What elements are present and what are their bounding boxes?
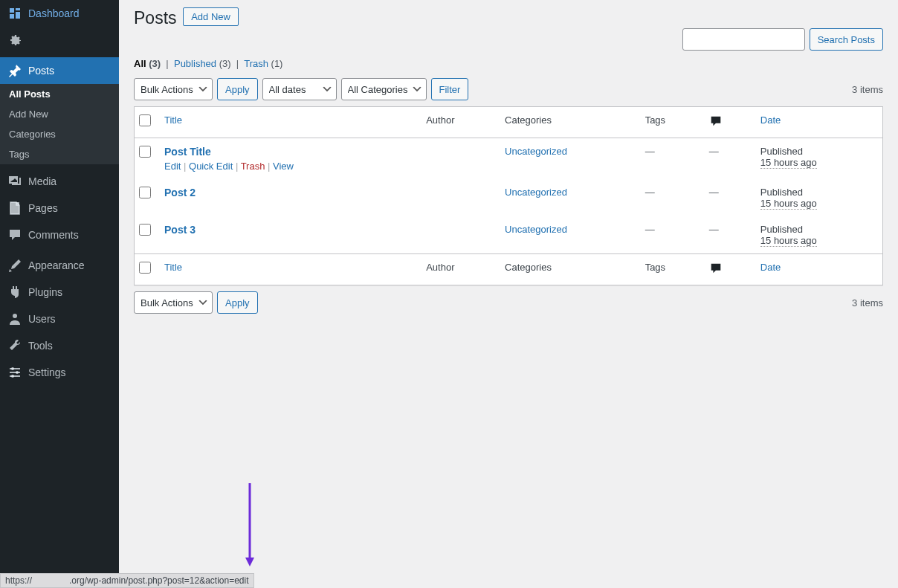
date-filter-select[interactable]: All dates <box>262 78 337 100</box>
post-title-link[interactable]: Post Title <box>164 146 211 158</box>
svg-point-1 <box>13 314 17 318</box>
tablenav-top: Bulk Actions Apply All dates All Categor… <box>134 78 883 100</box>
table-row: Post Title Edit | Quick Edit | Trash | V… <box>135 138 882 179</box>
col-comments <box>702 107 753 138</box>
tags-cell: — <box>638 138 702 179</box>
search-posts-button[interactable]: Search Posts <box>810 28 883 51</box>
col-date[interactable]: Date <box>753 107 882 138</box>
col-categories: Categories <box>497 107 638 138</box>
menu-label: Pages <box>28 202 58 214</box>
row-checkbox[interactable] <box>139 224 151 236</box>
status-url-suffix: .org/wp-admin/post.php?post=12&action=ed… <box>69 575 249 586</box>
gear-icon <box>7 33 22 48</box>
post-status-filters: All (3) | Published (3) | Trash (1) <box>134 58 883 69</box>
comments-cell: — <box>702 216 753 253</box>
browser-status-bar: https:// .org/wp-admin/post.php?post=12&… <box>0 573 254 588</box>
select-all-checkbox[interactable] <box>139 114 151 126</box>
table-row: Post 2 Uncategorized — — Published15 hou… <box>135 179 882 216</box>
col-comments-foot <box>702 253 753 285</box>
comments-cell: — <box>702 179 753 216</box>
apply-button[interactable]: Apply <box>217 78 258 100</box>
col-title-foot[interactable]: Title <box>157 253 419 285</box>
menu-users[interactable]: Users <box>0 306 119 332</box>
menu-label: Dashboard <box>28 7 80 19</box>
pin-icon <box>7 63 22 78</box>
col-categories-foot: Categories <box>497 253 638 285</box>
category-link[interactable]: Uncategorized <box>505 187 567 198</box>
edit-link[interactable]: Edit <box>164 161 181 172</box>
wrench-icon <box>7 338 22 353</box>
menu-label: Users <box>28 313 56 325</box>
dashboard-icon <box>7 6 22 21</box>
search-input[interactable] <box>682 28 805 51</box>
svg-point-4 <box>11 375 14 378</box>
menu-gear[interactable] <box>0 27 119 54</box>
media-icon <box>7 174 22 189</box>
comment-column-icon <box>709 266 723 277</box>
col-tags: Tags <box>638 107 702 138</box>
menu-media[interactable]: Media <box>0 168 119 195</box>
menu-comments[interactable]: Comments <box>0 222 119 248</box>
submenu-add-new[interactable]: Add New <box>0 104 119 124</box>
menu-label: Plugins <box>28 286 62 298</box>
menu-label: Media <box>28 175 56 187</box>
submenu-categories[interactable]: Categories <box>0 124 119 144</box>
col-title[interactable]: Title <box>157 107 419 138</box>
comments-cell: — <box>702 138 753 179</box>
row-checkbox[interactable] <box>139 146 151 158</box>
post-title-link[interactable]: Post 2 <box>164 187 196 198</box>
page-title: Posts <box>134 8 177 28</box>
select-all-checkbox-foot[interactable] <box>139 262 151 274</box>
category-filter-select[interactable]: All Categories <box>341 78 427 100</box>
menu-posts[interactable]: Posts <box>0 57 119 84</box>
menu-appearance[interactable]: Appearance <box>0 252 119 279</box>
menu-label: Settings <box>28 366 66 378</box>
view-link[interactable]: View <box>273 161 294 172</box>
category-link[interactable]: Uncategorized <box>505 224 567 235</box>
bulk-actions-select[interactable]: Bulk Actions <box>134 78 213 100</box>
col-tags-foot: Tags <box>638 253 702 285</box>
date-cell: Published15 hours ago <box>753 179 882 216</box>
menu-pages[interactable]: Pages <box>0 195 119 222</box>
date-cell: Published15 hours ago <box>753 216 882 253</box>
filter-all[interactable]: All (3) <box>134 58 161 69</box>
row-checkbox[interactable] <box>139 187 151 198</box>
sliders-icon <box>7 365 22 380</box>
comment-column-icon <box>709 119 723 130</box>
filter-button[interactable]: Filter <box>431 78 469 100</box>
menu-plugins[interactable]: Plugins <box>0 279 119 306</box>
svg-point-3 <box>16 371 19 374</box>
post-title-link[interactable]: Post 3 <box>164 224 196 236</box>
row-actions: Edit | Quick Edit | Trash | View <box>164 161 411 172</box>
menu-settings[interactable]: Settings <box>0 359 119 386</box>
menu-dashboard[interactable]: Dashboard <box>0 0 119 27</box>
apply-button-bottom[interactable]: Apply <box>217 291 258 314</box>
menu-label: Comments <box>28 229 79 241</box>
posts-table: Title Author Categories Tags Date Post T… <box>134 106 883 285</box>
tags-cell: — <box>638 179 702 216</box>
svg-marker-6 <box>245 558 254 566</box>
category-link[interactable]: Uncategorized <box>505 146 567 157</box>
comment-icon <box>7 227 22 242</box>
quick-edit-link[interactable]: Quick Edit <box>189 161 233 172</box>
menu-label: Appearance <box>28 259 85 271</box>
posts-submenu: All Posts Add New Categories Tags <box>0 84 119 164</box>
submenu-tags[interactable]: Tags <box>0 144 119 164</box>
svg-point-2 <box>11 367 14 370</box>
filter-trash[interactable]: Trash (1) <box>244 58 282 69</box>
add-new-button[interactable]: Add New <box>183 7 239 26</box>
col-date-foot[interactable]: Date <box>753 253 882 285</box>
bulk-actions-select-bottom[interactable]: Bulk Actions <box>134 291 213 314</box>
filter-published[interactable]: Published (3) <box>174 58 231 69</box>
item-count: 3 items <box>852 84 883 95</box>
tablenav-bottom: Bulk Actions Apply 3 items <box>134 291 883 314</box>
status-url-prefix: https:// <box>5 575 32 586</box>
page-icon <box>7 201 22 216</box>
menu-tools[interactable]: Tools <box>0 332 119 359</box>
main-content: Posts Add New Search Posts All (3) | Pub… <box>119 0 898 588</box>
search-box: Search Posts <box>134 28 883 51</box>
menu-label: Posts <box>28 65 54 77</box>
trash-link[interactable]: Trash <box>241 161 265 172</box>
annotation-arrow <box>245 483 260 569</box>
submenu-all-posts[interactable]: All Posts <box>0 84 119 104</box>
